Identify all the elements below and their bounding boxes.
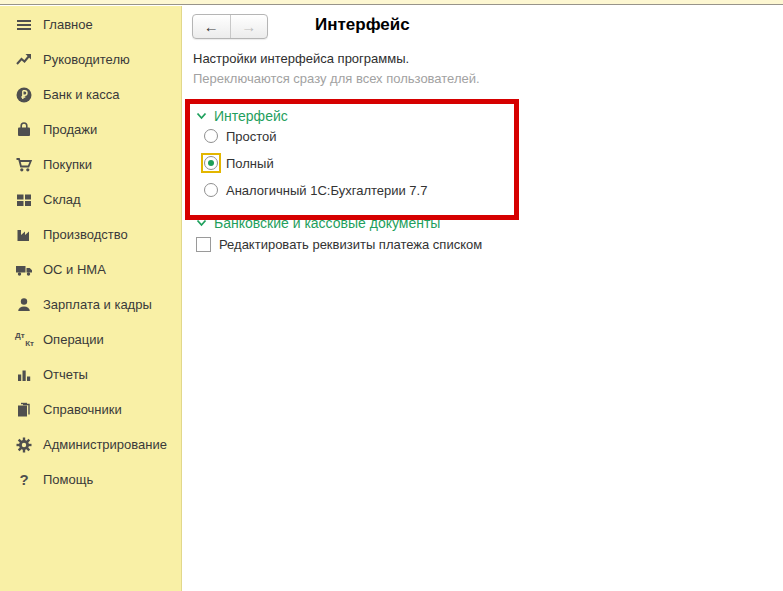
checkbox-edit-payment-details[interactable]: Редактировать реквизиты платежа списком (196, 235, 482, 253)
sidebar-item-label: Отчеты (43, 367, 88, 382)
radio-icon[interactable] (204, 129, 218, 143)
sidebar-item-label: Склад (43, 192, 81, 207)
page-title: Интерфейс (315, 15, 410, 35)
sidebar-item-fixed-assets[interactable]: ОС и НМА (0, 252, 181, 287)
sidebar-item-label: Зарплата и кадры (43, 297, 152, 312)
sidebar-item-salary-hr[interactable]: Зарплата и кадры (0, 287, 181, 322)
sidebar-item-manager[interactable]: Руководителю (0, 42, 181, 77)
sidebar-item-label: Банк и касса (43, 87, 120, 102)
purchases-cart-icon (13, 155, 35, 175)
history-nav: ← → (192, 14, 268, 39)
gear-icon (13, 435, 35, 455)
radio-label: Полный (226, 156, 274, 171)
sidebar-item-label: Главное (43, 17, 93, 32)
sidebar-item-label: Операции (43, 332, 104, 347)
top-strip (0, 0, 783, 5)
debit-credit-icon: Дт Кт (13, 330, 35, 350)
sidebar-item-purchases[interactable]: Покупки (0, 147, 181, 182)
sidebar-item-label: Администрирование (43, 437, 167, 452)
radio-option-legacy-77[interactable]: Аналогичный 1С:Бухгалтерии 7.7 (204, 181, 427, 199)
section-title: Банковские и кассовые документы (214, 215, 440, 231)
forward-button[interactable]: → (230, 15, 268, 38)
chevron-down-icon (196, 112, 207, 120)
bar-chart-icon (13, 365, 35, 385)
sidebar-item-operations[interactable]: Дт Кт Операции (0, 322, 181, 357)
sidebar-item-reports[interactable]: Отчеты (0, 357, 181, 392)
checkbox-label: Редактировать реквизиты платежа списком (219, 237, 482, 252)
bank-ruble-icon (13, 85, 35, 105)
warehouse-icon (13, 190, 35, 210)
section-title: Интерфейс (214, 108, 288, 124)
description-line-1: Настройки интерфейса программы. (193, 51, 409, 66)
sidebar-item-help[interactable]: ? Помощь (0, 462, 181, 497)
sidebar-item-label: Продажи (43, 122, 97, 137)
production-factory-icon (13, 225, 35, 245)
radio-icon[interactable] (204, 183, 218, 197)
description-line-2: Переключаются сразу для всех пользовател… (193, 71, 480, 86)
sidebar-item-label: Справочники (43, 402, 122, 417)
sidebar-item-production[interactable]: Производство (0, 217, 181, 252)
trend-icon (13, 50, 35, 70)
sidebar-item-label: Помощь (43, 472, 93, 487)
back-button[interactable]: ← (193, 15, 230, 38)
truck-icon (13, 260, 35, 280)
sidebar-item-directories[interactable]: Справочники (0, 392, 181, 427)
chevron-down-icon (196, 219, 207, 227)
checkbox-icon[interactable] (196, 237, 211, 252)
sidebar-item-bank-cash[interactable]: Банк и касса (0, 77, 181, 112)
radio-option-simple[interactable]: Простой (204, 127, 277, 145)
sidebar-item-label: Покупки (43, 157, 92, 172)
directories-pages-icon (13, 400, 35, 420)
main-panel: ← → Интерфейс Настройки интерфейса прогр… (183, 6, 783, 591)
radio-option-full[interactable]: Полный (204, 154, 274, 172)
person-icon (13, 295, 35, 315)
sidebar-item-label: ОС и НМА (43, 262, 106, 277)
question-icon: ? (13, 470, 35, 490)
sales-bag-icon (13, 120, 35, 140)
menu-icon (13, 15, 35, 35)
sidebar: Главное Руководителю Банк и касса Продаж… (0, 6, 182, 591)
radio-icon-selected[interactable] (204, 156, 218, 170)
radio-label: Аналогичный 1С:Бухгалтерии 7.7 (226, 183, 427, 198)
sidebar-item-administration[interactable]: Администрирование (0, 427, 181, 462)
radio-label: Простой (226, 129, 277, 144)
sidebar-item-warehouse[interactable]: Склад (0, 182, 181, 217)
sidebar-item-label: Производство (43, 227, 128, 242)
sidebar-item-label: Руководителю (43, 52, 130, 67)
sidebar-item-sales[interactable]: Продажи (0, 112, 181, 147)
section-header-interface[interactable]: Интерфейс (196, 108, 288, 124)
sidebar-item-main[interactable]: Главное (0, 7, 181, 42)
section-header-bank-documents[interactable]: Банковские и кассовые документы (196, 215, 440, 231)
